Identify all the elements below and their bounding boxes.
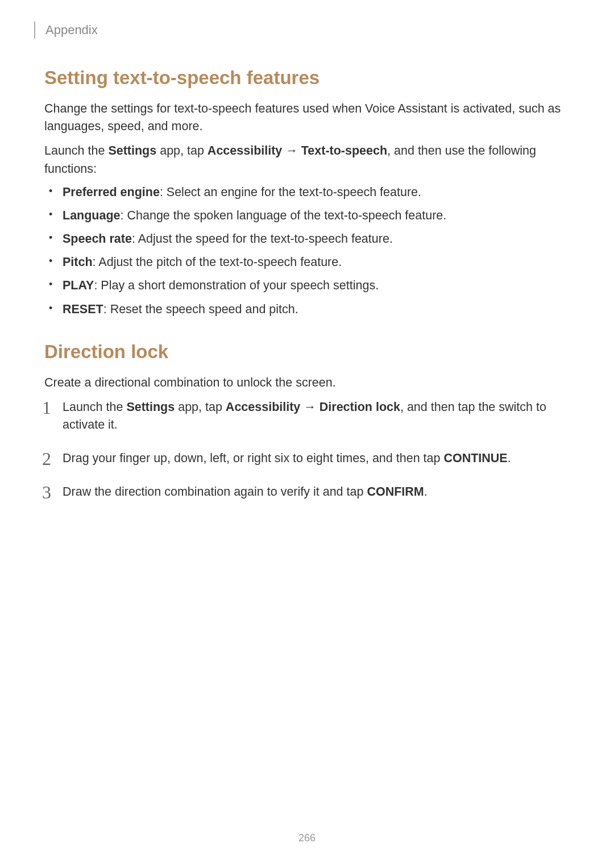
continue-label: CONTINUE — [443, 451, 507, 465]
bullet-text: : Select an engine for the text-to-speec… — [160, 185, 421, 199]
bullet-bold: Speech rate — [63, 232, 132, 246]
accessibility-label: Accessibility — [208, 144, 282, 157]
list-item: Language: Change the spoken language of … — [44, 207, 570, 225]
text-fragment: app, tap — [156, 144, 208, 157]
settings-app-label: Settings — [108, 144, 156, 157]
text-fragment: . — [508, 451, 511, 465]
bullet-bold: PLAY — [63, 279, 94, 292]
text-fragment: Draw the direction combination again to … — [63, 485, 367, 499]
header-section-label: Appendix — [45, 23, 98, 38]
text-fragment: . — [424, 485, 428, 499]
confirm-label: CONFIRM — [367, 485, 424, 499]
text-fragment: Launch the — [63, 400, 126, 414]
bullet-text: : Change the spoken language of the text… — [121, 209, 447, 222]
bullet-text: : Reset the speech speed and pitch. — [103, 302, 298, 316]
step-number: 1 — [42, 394, 51, 421]
list-item: RESET: Reset the speech speed and pitch. — [44, 301, 570, 318]
bullet-bold: Language — [63, 209, 121, 222]
bullet-bold: Preferred engine — [63, 185, 160, 199]
step-number: 2 — [42, 446, 51, 472]
settings-app-label: Settings — [126, 400, 175, 414]
page-content: Setting text-to-speech features Change t… — [44, 57, 570, 517]
list-item: Pitch: Adjust the pitch of the text-to-s… — [44, 254, 570, 271]
direction-lock-label: Direction lock — [320, 400, 400, 414]
arrow-icon: → — [282, 144, 301, 157]
list-item: PLAY: Play a short demonstration of your… — [44, 277, 570, 294]
header-divider-bar — [34, 22, 35, 39]
step-item: 1 Launch the Settings app, tap Accessibi… — [44, 398, 570, 434]
step-item: 2 Drag your finger up, down, left, or ri… — [44, 450, 570, 467]
tts-bullet-list: Preferred engine: Select an engine for t… — [44, 184, 570, 318]
section-title-direction-lock: Direction lock — [44, 341, 570, 363]
step-number: 3 — [42, 479, 51, 505]
bullet-bold: RESET — [63, 302, 103, 316]
list-item: Speech rate: Adjust the speed for the te… — [44, 230, 570, 248]
bullet-text: : Play a short demonstration of your spe… — [94, 279, 379, 292]
text-to-speech-label: Text-to-speech — [301, 144, 387, 157]
page-number: 266 — [0, 832, 614, 844]
bullet-bold: Pitch — [63, 255, 93, 269]
direction-lock-steps: 1 Launch the Settings app, tap Accessibi… — [44, 398, 570, 501]
text-fragment: Drag your finger up, down, left, or righ… — [63, 451, 443, 465]
arrow-icon: → — [300, 400, 319, 414]
bullet-text: : Adjust the pitch of the text-to-speech… — [93, 255, 342, 269]
page-header: Appendix — [34, 22, 98, 39]
step-item: 3 Draw the direction combination again t… — [44, 483, 570, 501]
text-fragment: Launch the — [44, 144, 108, 157]
text-fragment: app, tap — [175, 400, 226, 414]
direction-lock-intro: Create a directional combination to unlo… — [44, 374, 570, 392]
accessibility-label: Accessibility — [226, 400, 300, 414]
bullet-text: : Adjust the speed for the text-to-speec… — [132, 232, 393, 246]
list-item: Preferred engine: Select an engine for t… — [44, 184, 570, 201]
section-title-tts: Setting text-to-speech features — [44, 67, 570, 89]
tts-launch-instruction: Launch the Settings app, tap Accessibili… — [44, 142, 570, 177]
tts-intro-paragraph: Change the settings for text-to-speech f… — [44, 100, 570, 135]
